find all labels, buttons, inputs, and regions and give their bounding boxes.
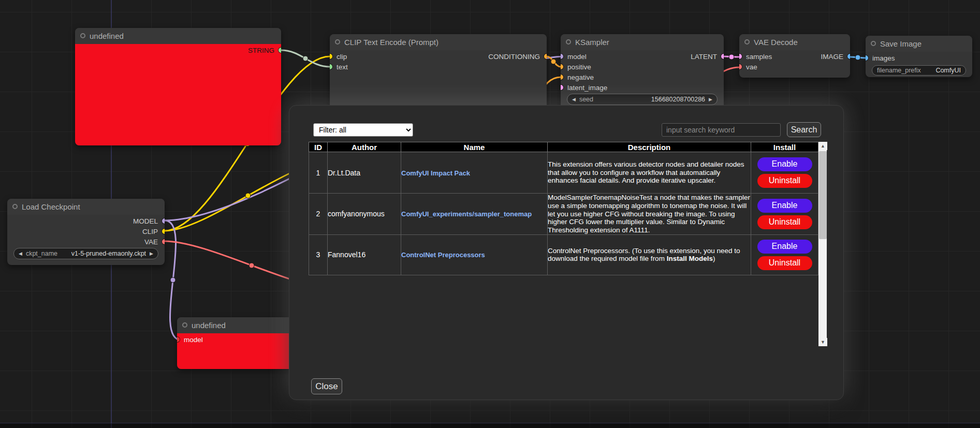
ckpt-name-widget[interactable]: ◀ ckpt_name v1-5-pruned-emaonly.ckpt ▶ xyxy=(13,248,158,259)
slot-label: positive xyxy=(567,63,591,71)
collapse-dot-icon[interactable] xyxy=(566,39,571,45)
enable-button[interactable]: Enable xyxy=(757,157,812,171)
widget-value: ComfyUI xyxy=(935,67,961,74)
uninstall-button[interactable]: Uninstall xyxy=(757,215,812,229)
collapse-dot-icon[interactable] xyxy=(335,39,340,45)
collapse-dot-icon[interactable] xyxy=(744,39,750,45)
slot-row: positive xyxy=(561,62,724,72)
extension-link[interactable]: ComfyUI_experiments/sampler_tonemap xyxy=(401,210,532,218)
output-dot-model[interactable] xyxy=(162,218,165,224)
input-dot-model[interactable] xyxy=(561,54,563,59)
next-arrow-icon[interactable]: ▶ xyxy=(150,252,153,256)
slot-label: vae xyxy=(746,63,757,71)
output-dot-clip[interactable] xyxy=(162,229,165,234)
table-row: 3 Fannovel16 ControlNet Preprocessors Co… xyxy=(309,234,818,275)
extension-link[interactable]: ComfyUI Impact Pack xyxy=(401,169,470,177)
node-body: MODEL CLIP VAE ◀ ckpt_name v1-5-pruned-e… xyxy=(7,215,165,265)
link-midpoint-dot xyxy=(855,55,860,60)
filename-prefix-widget[interactable]: filename_prefix ComfyUI xyxy=(872,65,966,76)
node-title-bar[interactable]: Load Checkpoint xyxy=(7,199,165,215)
enable-button[interactable]: Enable xyxy=(757,240,812,254)
table-row: 2 comfyanonymous ComfyUI_experiments/sam… xyxy=(309,194,818,235)
output-dot-vae[interactable] xyxy=(162,239,165,244)
cell-install: Enable Uninstall xyxy=(751,194,818,235)
node-vae-decode[interactable]: VAE Decode samples IMAGE vae xyxy=(739,34,850,78)
cell-author: Dr.Lt.Data xyxy=(328,152,401,194)
slot-label: negative xyxy=(567,73,594,81)
collapse-dot-icon[interactable] xyxy=(12,204,18,209)
slot-label: clip xyxy=(337,53,347,61)
prev-arrow-icon[interactable]: ◀ xyxy=(19,252,22,256)
slot-label: images xyxy=(872,54,895,62)
seed-widget[interactable]: ◀ seed 156680208700286 ▶ xyxy=(567,94,718,105)
slot-label: CLIP xyxy=(142,228,158,235)
input-dot-clip[interactable] xyxy=(330,54,332,59)
node-title-bar[interactable]: VAE Decode xyxy=(739,34,850,50)
search-input[interactable] xyxy=(662,123,781,137)
description-text: ) xyxy=(713,255,715,262)
node-graph-canvas[interactable]: undefined STRING CLIP Text Encode (Promp… xyxy=(0,0,980,428)
link-midpoint-dot xyxy=(551,59,556,64)
search-button[interactable]: Search xyxy=(787,122,821,137)
slot-row: samples IMAGE xyxy=(739,51,850,62)
column-header-id: ID xyxy=(309,142,328,152)
extension-table-area: ID Author Name Description Install 1 Dr.… xyxy=(309,142,827,346)
link-midpoint-dot xyxy=(729,54,734,60)
table-header-row: ID Author Name Description Install xyxy=(309,142,818,152)
cell-id: 3 xyxy=(309,234,328,275)
enable-button[interactable]: Enable xyxy=(757,199,812,213)
output-dot-string[interactable] xyxy=(279,48,281,53)
input-dot-images[interactable] xyxy=(866,55,868,61)
output-dot-image[interactable] xyxy=(847,54,850,59)
cell-author: comfyanonymous xyxy=(328,194,401,235)
node-title-bar[interactable]: undefined xyxy=(75,28,281,44)
node-title: Load Checkpoint xyxy=(22,202,80,211)
cell-description: This extension offers various detector n… xyxy=(548,152,751,194)
uninstall-button[interactable]: Uninstall xyxy=(757,256,812,270)
node-title: KSampler xyxy=(575,38,609,47)
output-dot-latent[interactable] xyxy=(721,54,724,59)
cell-install: Enable Uninstall xyxy=(751,152,818,194)
slot-row: VAE xyxy=(7,237,165,247)
slot-label: VAE xyxy=(144,238,158,246)
collapse-dot-icon[interactable] xyxy=(182,322,187,328)
link-midpoint-dot xyxy=(245,193,251,198)
node-title: Save Image xyxy=(880,39,922,48)
cell-id: 2 xyxy=(309,194,328,235)
input-dot-text[interactable] xyxy=(330,64,332,69)
node-title-bar[interactable]: Save Image xyxy=(866,36,972,52)
node-title-bar[interactable]: KSampler xyxy=(561,34,724,50)
slot-row: latent_image xyxy=(561,82,724,93)
node-save-image[interactable]: Save Image images filename_prefix ComfyU… xyxy=(866,36,972,77)
filter-select[interactable]: Filter: all xyxy=(313,123,413,137)
scrollbar-thumb[interactable] xyxy=(819,151,827,239)
node-undefined-string[interactable]: undefined STRING xyxy=(75,28,281,145)
cell-name: ControlNet Preprocessors xyxy=(401,234,548,275)
description-text: This extension offers various detector n… xyxy=(548,160,744,185)
collapse-dot-icon[interactable] xyxy=(871,41,876,46)
widget-label: ckpt_name xyxy=(26,250,57,257)
node-load-checkpoint[interactable]: Load Checkpoint MODEL CLIP VAE ◀ ckpt_na… xyxy=(7,199,165,265)
input-dot-vae[interactable] xyxy=(739,64,742,69)
close-button[interactable]: Close xyxy=(311,378,342,394)
uninstall-button[interactable]: Uninstall xyxy=(757,174,812,188)
slot-label: IMAGE xyxy=(821,53,843,61)
input-dot-latent-image[interactable] xyxy=(561,85,563,90)
extension-link[interactable]: ControlNet Preprocessors xyxy=(401,251,485,259)
input-dot-negative[interactable] xyxy=(561,75,563,80)
slot-label: STRING xyxy=(248,47,274,54)
scrollbar-down-icon[interactable]: ▼ xyxy=(818,338,827,346)
scrollbar-up-icon[interactable]: ▲ xyxy=(818,142,827,150)
input-dot-positive[interactable] xyxy=(561,64,563,69)
node-title-bar[interactable]: CLIP Text Encode (Prompt) xyxy=(330,34,547,50)
input-dot-model[interactable] xyxy=(177,337,180,342)
input-dot-samples[interactable] xyxy=(739,54,742,59)
table-scrollbar[interactable]: ▲ ▼ xyxy=(818,142,827,346)
collapse-dot-icon[interactable] xyxy=(80,33,85,38)
increment-arrow-icon[interactable]: ▶ xyxy=(709,97,712,102)
decrement-arrow-icon[interactable]: ◀ xyxy=(572,97,576,102)
widget-value: 156680208700286 xyxy=(651,96,705,103)
column-header-description: Description xyxy=(548,142,751,152)
node-body: images filename_prefix ComfyUI xyxy=(866,52,972,77)
output-dot-conditioning[interactable] xyxy=(544,54,547,59)
